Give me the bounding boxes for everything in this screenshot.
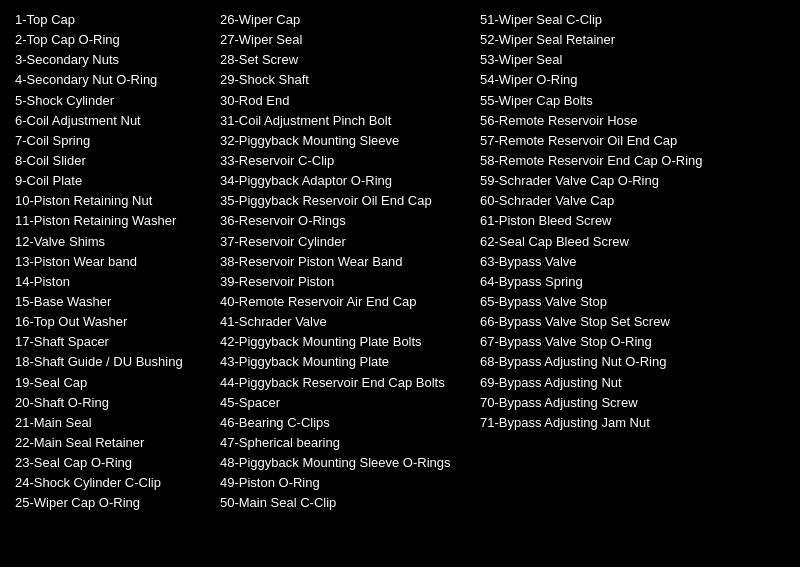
list-item: 7-Coil Spring	[15, 131, 210, 151]
list-item: 8-Coil Slider	[15, 151, 210, 171]
list-item: 57-Remote Reservoir Oil End Cap	[480, 131, 710, 151]
list-item: 70-Bypass Adjusting Screw	[480, 393, 710, 413]
list-item: 35-Piggyback Reservoir Oil End Cap	[220, 191, 470, 211]
list-item: 58-Remote Reservoir End Cap O-Ring	[480, 151, 710, 171]
list-item: 59-Schrader Valve Cap O-Ring	[480, 171, 710, 191]
list-item: 11-Piston Retaining Washer	[15, 211, 210, 231]
list-item: 9-Coil Plate	[15, 171, 210, 191]
list-item: 53-Wiper Seal	[480, 50, 710, 70]
list-item: 22-Main Seal Retainer	[15, 433, 210, 453]
list-item: 67-Bypass Valve Stop O-Ring	[480, 332, 710, 352]
list-item: 62-Seal Cap Bleed Screw	[480, 232, 710, 252]
list-item: 60-Schrader Valve Cap	[480, 191, 710, 211]
list-item: 4-Secondary Nut O-Ring	[15, 70, 210, 90]
list-item: 37-Reservoir Cylinder	[220, 232, 470, 252]
list-item: 14-Piston	[15, 272, 210, 292]
list-item: 34-Piggyback Adaptor O-Ring	[220, 171, 470, 191]
list-item: 3-Secondary Nuts	[15, 50, 210, 70]
list-item: 31-Coil Adjustment Pinch Bolt	[220, 111, 470, 131]
parts-list-container: 1-Top Cap2-Top Cap O-Ring3-Secondary Nut…	[15, 10, 785, 557]
list-item: 28-Set Screw	[220, 50, 470, 70]
list-item: 36-Reservoir O-Rings	[220, 211, 470, 231]
list-item: 55-Wiper Cap Bolts	[480, 91, 710, 111]
list-item: 2-Top Cap O-Ring	[15, 30, 210, 50]
list-item: 20-Shaft O-Ring	[15, 393, 210, 413]
list-item: 17-Shaft Spacer	[15, 332, 210, 352]
list-item: 19-Seal Cap	[15, 373, 210, 393]
list-item: 24-Shock Cylinder C-Clip	[15, 473, 210, 493]
list-item: 50-Main Seal C-Clip	[220, 493, 470, 513]
list-item: 33-Reservoir C-Clip	[220, 151, 470, 171]
list-item: 63-Bypass Valve	[480, 252, 710, 272]
list-item: 54-Wiper O-Ring	[480, 70, 710, 90]
list-item: 30-Rod End	[220, 91, 470, 111]
list-item: 65-Bypass Valve Stop	[480, 292, 710, 312]
list-item: 21-Main Seal	[15, 413, 210, 433]
list-item: 46-Bearing C-Clips	[220, 413, 470, 433]
list-item: 56-Remote Reservoir Hose	[480, 111, 710, 131]
list-item: 5-Shock Cylinder	[15, 91, 210, 111]
list-item: 1-Top Cap	[15, 10, 210, 30]
list-item: 69-Bypass Adjusting Nut	[480, 373, 710, 393]
list-item: 27-Wiper Seal	[220, 30, 470, 50]
list-item: 26-Wiper Cap	[220, 10, 470, 30]
list-item: 25-Wiper Cap O-Ring	[15, 493, 210, 513]
list-item: 47-Spherical bearing	[220, 433, 470, 453]
list-item: 10-Piston Retaining Nut	[15, 191, 210, 211]
list-item: 66-Bypass Valve Stop Set Screw	[480, 312, 710, 332]
list-item: 71-Bypass Adjusting Jam Nut	[480, 413, 710, 433]
list-item: 43-Piggyback Mounting Plate	[220, 352, 470, 372]
list-item: 61-Piston Bleed Screw	[480, 211, 710, 231]
list-item: 44-Piggyback Reservoir End Cap Bolts	[220, 373, 470, 393]
list-item: 45-Spacer	[220, 393, 470, 413]
column-2: 26-Wiper Cap27-Wiper Seal28-Set Screw29-…	[220, 10, 480, 557]
list-item: 49-Piston O-Ring	[220, 473, 470, 493]
list-item: 48-Piggyback Mounting Sleeve O-Rings	[220, 453, 470, 473]
list-item: 15-Base Washer	[15, 292, 210, 312]
list-item: 39-Reservoir Piston	[220, 272, 470, 292]
list-item: 16-Top Out Washer	[15, 312, 210, 332]
column-1: 1-Top Cap2-Top Cap O-Ring3-Secondary Nut…	[15, 10, 220, 557]
list-item: 51-Wiper Seal C-Clip	[480, 10, 710, 30]
list-item: 12-Valve Shims	[15, 232, 210, 252]
list-item: 40-Remote Reservoir Air End Cap	[220, 292, 470, 312]
list-item: 13-Piston Wear band	[15, 252, 210, 272]
list-item: 42-Piggyback Mounting Plate Bolts	[220, 332, 470, 352]
list-item: 64-Bypass Spring	[480, 272, 710, 292]
list-item: 18-Shaft Guide / DU Bushing	[15, 352, 210, 372]
list-item: 68-Bypass Adjusting Nut O-Ring	[480, 352, 710, 372]
list-item: 32-Piggyback Mounting Sleeve	[220, 131, 470, 151]
list-item: 41-Schrader Valve	[220, 312, 470, 332]
list-item: 52-Wiper Seal Retainer	[480, 30, 710, 50]
list-item: 23-Seal Cap O-Ring	[15, 453, 210, 473]
column-3: 51-Wiper Seal C-Clip52-Wiper Seal Retain…	[480, 10, 720, 557]
list-item: 29-Shock Shaft	[220, 70, 470, 90]
list-item: 6-Coil Adjustment Nut	[15, 111, 210, 131]
list-item: 38-Reservoir Piston Wear Band	[220, 252, 470, 272]
